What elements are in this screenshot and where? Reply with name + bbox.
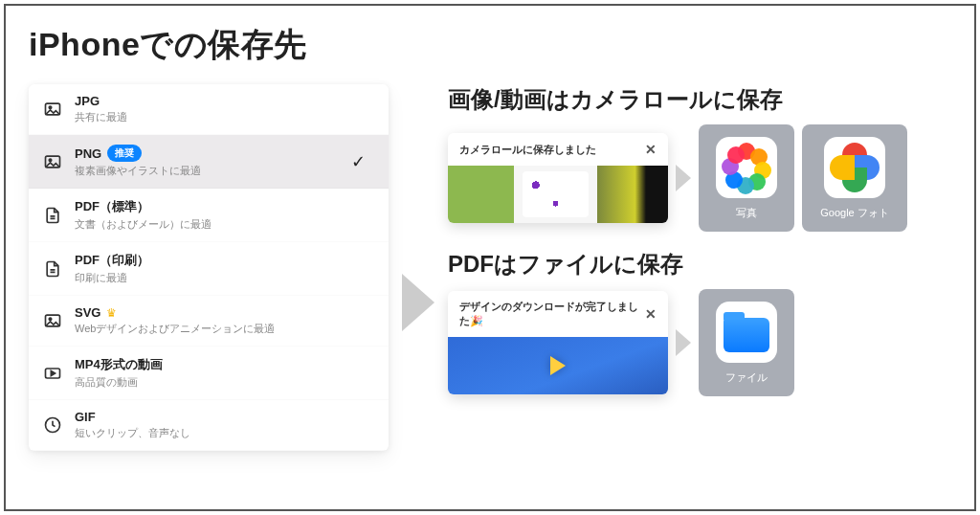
destinations-column: 画像/動画はカメラロールに保存 カメラロールに保存しました ✕ <box>448 84 951 396</box>
export-item-pdf-print[interactable]: PDF（印刷） 印刷に最適 <box>29 242 389 296</box>
image-icon <box>42 310 63 331</box>
arrow-right-icon <box>676 329 691 356</box>
content-row: JPG 共有に最適 PNG 推奨 複素画像やイラストに最適 ✓ <box>29 84 951 492</box>
app-tile-files[interactable]: ファイル <box>699 289 794 396</box>
toast-message: カメラロールに保存しました <box>459 143 596 157</box>
image-icon <box>42 151 63 172</box>
photos-app-icon <box>716 137 777 198</box>
export-desc: Webデザインおよびアニメーションに最適 <box>75 322 375 336</box>
images-row: カメラロールに保存しました ✕ 写真 <box>448 124 951 232</box>
video-icon <box>42 363 63 384</box>
export-desc: 高品質の動画 <box>75 375 375 390</box>
toast-preview-image <box>448 166 668 223</box>
export-desc: 短いクリップ、音声なし <box>75 426 375 440</box>
files-app-icon <box>716 302 777 363</box>
close-icon[interactable]: ✕ <box>645 142 657 157</box>
export-desc: 共有に最適 <box>75 110 375 124</box>
export-desc: 印刷に最適 <box>75 271 375 285</box>
export-item-jpg[interactable]: JPG 共有に最適 <box>29 84 389 135</box>
gif-icon <box>42 414 63 436</box>
arrow-right-icon <box>402 274 434 331</box>
image-icon <box>42 99 63 120</box>
export-item-pdf-standard[interactable]: PDF（標準） 文書（およびメール）に最適 <box>29 189 389 242</box>
app-label: ファイル <box>725 370 768 385</box>
export-item-gif[interactable]: GIF 短いクリップ、音声なし <box>29 400 389 451</box>
page-title: iPhoneでの保存先 <box>29 23 951 67</box>
app-label: 写真 <box>736 206 757 220</box>
toast-card-download: デザインのダウンロードが完了しました🎉 ✕ <box>448 291 668 394</box>
export-label: PDF（標準） <box>75 198 149 215</box>
arrow-right-icon <box>676 165 691 191</box>
section-title-pdf: PDFはファイルに保存 <box>448 249 951 280</box>
toast-message: デザインのダウンロードが完了しました🎉 <box>459 300 645 328</box>
document-icon <box>42 258 63 280</box>
svg-point-5 <box>49 318 52 321</box>
export-item-png[interactable]: PNG 推奨 複素画像やイラストに最適 ✓ <box>29 135 389 189</box>
svg-point-1 <box>49 106 52 109</box>
app-tile-photos[interactable]: 写真 <box>699 124 794 232</box>
toast-card-saved: カメラロールに保存しました ✕ <box>448 133 668 223</box>
export-label: GIF <box>75 410 96 424</box>
export-desc: 複素画像やイラストに最適 <box>75 164 340 178</box>
document-icon <box>42 205 63 226</box>
google-photos-app-icon <box>824 137 885 198</box>
tutorial-frame: iPhoneでの保存先 JPG 共有に最適 PNG <box>4 4 976 511</box>
app-label: Google フォト <box>820 206 889 220</box>
toast-preview-video <box>448 337 668 394</box>
export-format-list: JPG 共有に最適 PNG 推奨 複素画像やイラストに最適 ✓ <box>29 84 389 451</box>
export-label: SVG <box>75 305 100 320</box>
crown-icon: ♛ <box>106 306 117 320</box>
export-label: JPG <box>75 94 100 108</box>
export-label: PNG <box>75 146 101 161</box>
export-desc: 文書（およびメール）に最適 <box>75 217 375 232</box>
section-title-images: 画像/動画はカメラロールに保存 <box>448 84 951 115</box>
play-icon <box>550 356 566 375</box>
check-icon: ✓ <box>351 151 375 172</box>
export-item-mp4[interactable]: MP4形式の動画 高品質の動画 <box>29 347 389 400</box>
app-tile-google-photos[interactable]: Google フォト <box>802 124 907 232</box>
svg-point-3 <box>49 159 52 162</box>
export-label: PDF（印刷） <box>75 252 149 269</box>
pdf-row: デザインのダウンロードが完了しました🎉 ✕ ファイル <box>448 289 951 396</box>
export-label: MP4形式の動画 <box>75 356 163 373</box>
recommended-badge: 推奨 <box>107 145 142 162</box>
close-icon[interactable]: ✕ <box>645 306 657 322</box>
export-item-svg[interactable]: SVG ♛ Webデザインおよびアニメーションに最適 <box>29 296 389 347</box>
